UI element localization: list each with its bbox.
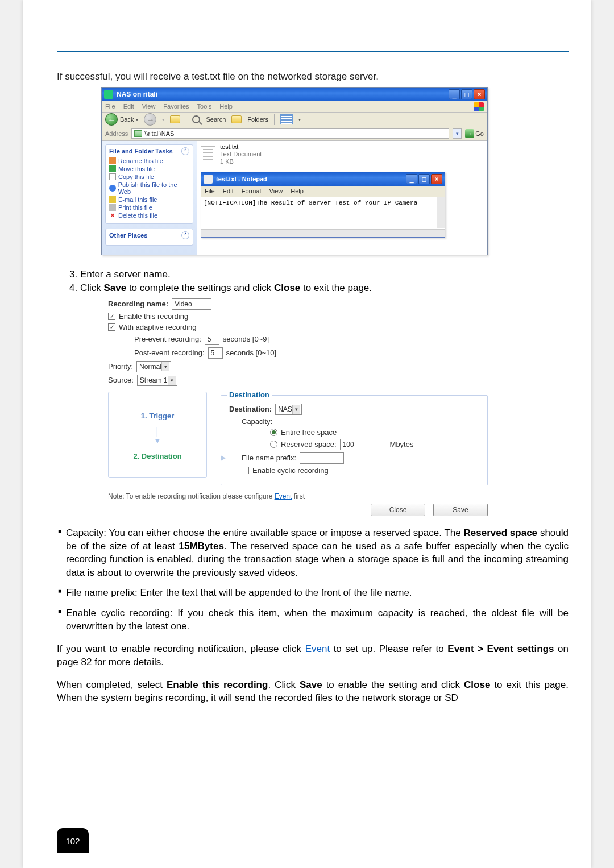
up-folder-icon[interactable] (170, 115, 180, 123)
adaptive-checkbox[interactable] (108, 323, 115, 331)
folders-icon[interactable] (231, 115, 242, 123)
windows-flag-icon (474, 102, 484, 111)
close-button[interactable]: × (474, 89, 485, 99)
address-bar: Address \\ritali\NAS ▾ → Go (102, 127, 487, 141)
bullet-prefix: File name prefix: Enter the text that wi… (58, 586, 569, 599)
notepad-titlebar[interactable]: test.txt - Notepad _ □ × (201, 172, 445, 186)
explorer-titlebar[interactable]: NAS on ritali _ □ × (102, 88, 487, 101)
notepad-minimize[interactable]: _ (406, 174, 417, 184)
task-copy[interactable]: Copy this file (109, 173, 189, 180)
step-3: 3. Enter a server name. (69, 268, 569, 281)
menu-edit[interactable]: Edit (123, 103, 134, 110)
file-type: Text Document (220, 151, 262, 158)
file-item[interactable]: test.txt Text Document 1 KB (201, 143, 484, 166)
explorer-task-pane: File and Folder Tasks ˄ Rename this file… (102, 141, 197, 255)
flow-down-arrow-icon: │▼ (111, 427, 204, 445)
copy-icon (109, 173, 116, 180)
pre-event-unit: seconds [0~9] (223, 335, 269, 343)
task-delete[interactable]: ×Delete this file (109, 212, 189, 219)
explorer-menubar: File Edit View Favorites Tools Help (102, 101, 487, 113)
flow-step-trigger: 1. Trigger (111, 412, 204, 420)
entire-space-label: Entire free space (281, 428, 337, 437)
close-button[interactable]: Close (371, 504, 425, 516)
minimize-button[interactable]: _ (449, 89, 460, 99)
np-menu-edit[interactable]: Edit (223, 188, 234, 194)
task-move[interactable]: Move this file (109, 165, 189, 172)
menu-tools[interactable]: Tools (197, 103, 212, 110)
priority-select[interactable]: Normal▾ (136, 361, 171, 372)
go-label: Go (475, 130, 484, 137)
collapse-icon[interactable]: ˄ (181, 147, 189, 155)
pre-event-input[interactable]: 5 (205, 334, 219, 345)
prefix-label: File name prefix: (242, 454, 296, 462)
back-label: Back (120, 116, 134, 123)
notepad-close[interactable]: × (431, 174, 442, 184)
notepad-vscroll[interactable] (437, 197, 445, 228)
bullet-cyclic: Enable cyclic recording: If you check th… (58, 607, 569, 633)
source-select[interactable]: Stream 1▾ (137, 375, 177, 386)
notepad-icon (204, 175, 213, 184)
task-publish[interactable]: Publish this file to the Web (109, 181, 189, 195)
publish-icon (109, 185, 116, 192)
file-name: test.txt (220, 143, 262, 151)
para-event: If you want to enable recording notifica… (57, 642, 569, 669)
reserved-space-radio[interactable] (270, 441, 277, 448)
source-label: Source: (108, 376, 134, 384)
maximize-button[interactable]: □ (461, 89, 472, 99)
address-input[interactable]: \\ritali\NAS (131, 128, 449, 139)
capacity-label: Capacity: (242, 417, 272, 426)
recording-name-input[interactable]: Video (172, 298, 211, 310)
menu-view[interactable]: View (142, 103, 156, 110)
explorer-content-pane: test.txt Text Document 1 KB test.txt - N… (197, 141, 487, 255)
enable-recording-checkbox[interactable] (108, 313, 115, 320)
views-button[interactable] (280, 114, 293, 124)
explorer-title: NAS on ritali (117, 90, 157, 98)
explorer-window: NAS on ritali _ □ × File Edit View Favor… (101, 87, 488, 255)
note-text: Note: To enable recording notification p… (108, 492, 488, 500)
email-icon (109, 196, 116, 203)
page-number: 102 (57, 828, 89, 853)
textfile-icon (201, 146, 215, 163)
flow-diagram: 1. Trigger │▼ 2. Destination (108, 392, 207, 478)
address-dropdown[interactable]: ▾ (453, 128, 462, 139)
notepad-hscroll[interactable] (201, 229, 445, 237)
menu-help[interactable]: Help (219, 103, 233, 110)
search-icon[interactable] (192, 115, 200, 123)
event-link[interactable]: Event (305, 643, 330, 654)
explorer-toolbar: ← Back ▾ → ▾ Search Folders ▾ (102, 113, 487, 127)
task-rename[interactable]: Rename this file (109, 157, 189, 164)
adaptive-label: With adaptive recording (119, 323, 197, 331)
event-link[interactable]: Event (275, 492, 292, 500)
forward-button[interactable]: → (144, 113, 156, 126)
file-size: 1 KB (220, 158, 262, 165)
post-event-input[interactable]: 5 (208, 347, 223, 359)
entire-space-radio[interactable] (270, 429, 277, 436)
flow-connector (207, 458, 221, 458)
task-email[interactable]: E-mail this file (109, 196, 189, 203)
np-menu-help[interactable]: Help (291, 188, 304, 194)
other-places-header: Other Places (109, 232, 147, 239)
prefix-input[interactable] (300, 452, 344, 464)
post-event-unit: seconds [0~10] (226, 348, 277, 357)
np-menu-view[interactable]: View (269, 188, 283, 194)
cyclic-checkbox[interactable] (242, 467, 249, 474)
post-event-label: Post-event recording: (134, 348, 205, 357)
save-button[interactable]: Save (433, 504, 488, 516)
enable-recording-label: Enable this recording (119, 312, 188, 321)
collapse-icon[interactable]: ˄ (181, 231, 189, 239)
back-button[interactable]: ← (105, 113, 118, 126)
menu-favorites[interactable]: Favorites (163, 103, 189, 110)
np-menu-file[interactable]: File (205, 188, 215, 194)
chevron-down-icon: ▾ (292, 405, 300, 414)
explorer-app-icon (104, 90, 113, 99)
np-menu-format[interactable]: Format (242, 188, 262, 194)
menu-file[interactable]: File (105, 103, 115, 110)
destination-select[interactable]: NAS▾ (275, 404, 302, 415)
recording-name-label: Recording name: (108, 300, 168, 308)
go-arrow-icon[interactable]: → (465, 129, 474, 138)
intro-text: If successful, you will receive a test.t… (57, 70, 569, 84)
notepad-maximize[interactable]: □ (418, 174, 430, 184)
reserved-space-input[interactable]: 100 (340, 439, 367, 450)
notepad-body[interactable]: [NOTIFICATION]The Result of Server Test … (201, 197, 445, 237)
task-print[interactable]: Print this file (109, 204, 189, 211)
